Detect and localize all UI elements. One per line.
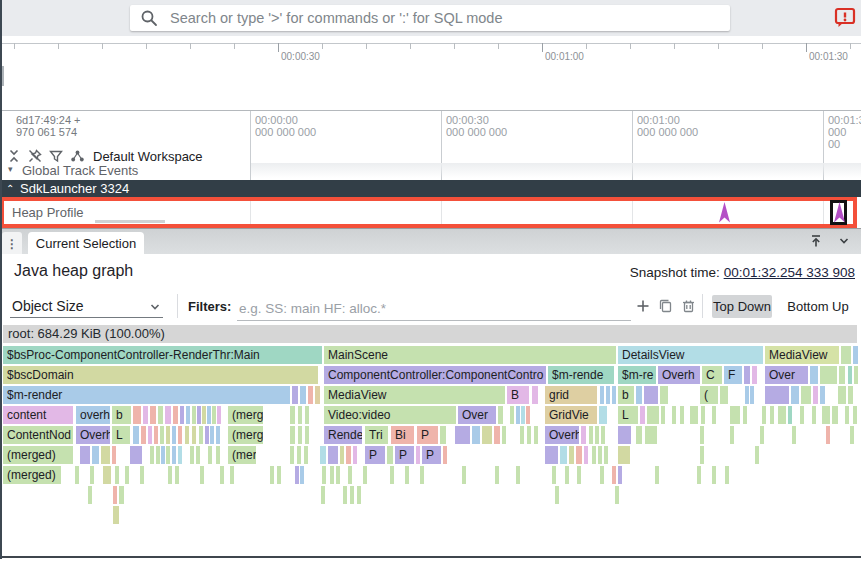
- flame-sliver[interactable]: [813, 386, 818, 404]
- flame-sliver[interactable]: [520, 426, 524, 444]
- flame-sliver[interactable]: [295, 466, 299, 484]
- flame-sliver[interactable]: [581, 426, 586, 444]
- flame-sliver[interactable]: [298, 406, 302, 424]
- unpin-icon[interactable]: [27, 148, 43, 164]
- flame-segment[interactable]: B: [507, 386, 529, 404]
- flame-sliver[interactable]: [292, 386, 298, 404]
- top-down-button[interactable]: Top Down: [712, 295, 772, 318]
- flame-sliver[interactable]: [826, 426, 830, 444]
- flame-sliver[interactable]: [443, 446, 447, 464]
- flame-sliver[interactable]: [788, 406, 792, 424]
- flame-segment[interactable]: P: [422, 446, 441, 464]
- flame-segment[interactable]: P: [417, 426, 438, 444]
- flame-sliver[interactable]: [565, 466, 569, 484]
- flame-sliver[interactable]: [305, 406, 309, 424]
- flame-sliver[interactable]: [416, 446, 420, 464]
- flame-sliver[interactable]: [765, 386, 789, 404]
- flame-sliver[interactable]: [495, 466, 499, 484]
- flame-sliver[interactable]: [205, 426, 209, 444]
- flame-sliver[interactable]: [841, 346, 851, 364]
- flame-sliver[interactable]: [832, 406, 838, 424]
- flame-sliver[interactable]: [350, 486, 354, 504]
- process-group-header[interactable]: ⌃ SdkLauncher 3324: [0, 180, 861, 197]
- flame-sliver[interactable]: [216, 446, 220, 464]
- flame-sliver[interactable]: [812, 406, 816, 424]
- flame-sliver[interactable]: [743, 406, 747, 424]
- flame-sliver[interactable]: [598, 446, 602, 464]
- flame-sliver[interactable]: [172, 426, 176, 444]
- flame-sliver[interactable]: [555, 486, 559, 504]
- flame-sliver[interactable]: [712, 466, 716, 484]
- flame-segment[interactable]: Overh: [545, 426, 579, 444]
- flame-sliver[interactable]: [792, 426, 796, 444]
- flame-sliver[interactable]: [340, 446, 344, 464]
- flame-sliver[interactable]: [700, 446, 704, 464]
- flame-sliver[interactable]: [494, 426, 500, 444]
- flame-sliver[interactable]: [850, 426, 854, 444]
- flame-sliver[interactable]: [589, 426, 593, 444]
- collapse-tracks-icon[interactable]: [6, 148, 22, 164]
- flame-segment[interactable]: MediaView: [765, 346, 839, 364]
- flame-sliver[interactable]: [606, 386, 610, 404]
- flame-sliver[interactable]: [103, 466, 111, 484]
- flame-sliver[interactable]: [346, 446, 351, 464]
- flame-sliver[interactable]: [101, 446, 110, 464]
- flame-segment[interactable]: Over: [458, 406, 496, 424]
- flame-sliver[interactable]: [526, 406, 530, 424]
- collapse-panel-icon[interactable]: [835, 232, 853, 250]
- flame-segment[interactable]: $m-re: [618, 366, 656, 384]
- flame-sliver[interactable]: [791, 386, 799, 404]
- flame-sliver[interactable]: [577, 466, 581, 484]
- flame-sliver[interactable]: [661, 406, 665, 424]
- flame-segment[interactable]: C: [702, 366, 722, 384]
- add-filter-icon[interactable]: [635, 298, 651, 314]
- flame-sliver[interactable]: [305, 426, 309, 444]
- flame-sliver[interactable]: [172, 446, 176, 464]
- flame-sliver[interactable]: [199, 426, 203, 444]
- flame-sliver[interactable]: [730, 406, 740, 424]
- flame-sliver[interactable]: [300, 386, 306, 404]
- copy-icon[interactable]: [658, 298, 674, 314]
- flame-sliver[interactable]: [599, 406, 607, 424]
- flame-sliver[interactable]: [636, 386, 642, 404]
- track-group-global-events[interactable]: ▾ Global Track Events: [0, 163, 250, 180]
- snapshot-time-link[interactable]: 00:01:32.254 333 908: [724, 265, 855, 280]
- flame-segment[interactable]: grid: [545, 386, 597, 404]
- flame-sliver[interactable]: [202, 406, 206, 424]
- flame-segment[interactable]: GridVie: [545, 406, 597, 424]
- flame-sliver[interactable]: [498, 406, 503, 424]
- flame-sliver[interactable]: [315, 386, 320, 404]
- flame-sliver[interactable]: [701, 406, 705, 424]
- flame-segment[interactable]: (merged): [3, 466, 61, 484]
- size-mode-select[interactable]: Object Size: [10, 296, 163, 318]
- flame-sliver[interactable]: [353, 446, 357, 464]
- flame-sliver[interactable]: [160, 426, 164, 444]
- flame-sliver[interactable]: [482, 426, 492, 444]
- flame-sliver[interactable]: [545, 446, 558, 464]
- flame-sliver[interactable]: [304, 446, 308, 464]
- trash-icon[interactable]: [681, 298, 697, 314]
- flame-sliver[interactable]: [800, 406, 804, 424]
- flame-sliver[interactable]: [321, 486, 325, 504]
- flame-sliver[interactable]: [672, 406, 676, 424]
- flame-sliver[interactable]: [80, 446, 90, 464]
- flame-sliver[interactable]: [130, 446, 142, 464]
- flame-sliver[interactable]: [612, 466, 616, 484]
- flame-sliver[interactable]: [230, 466, 234, 484]
- flame-sliver[interactable]: [502, 426, 506, 444]
- flame-sliver[interactable]: [697, 466, 701, 484]
- flame-sliver[interactable]: [207, 406, 211, 424]
- flame-segment[interactable]: MainScene: [324, 346, 616, 364]
- flame-sliver[interactable]: [133, 406, 141, 424]
- flame-sliver[interactable]: [604, 446, 608, 464]
- flame-sliver[interactable]: [592, 446, 596, 464]
- flame-sliver[interactable]: [357, 486, 361, 504]
- tab-menu-button[interactable]: ⋮: [2, 232, 22, 255]
- flame-sliver[interactable]: [660, 386, 668, 404]
- flame-sliver[interactable]: [322, 466, 326, 484]
- flame-segment[interactable]: Overh: [658, 366, 700, 384]
- flame-sliver[interactable]: [290, 406, 295, 424]
- flame-sliver[interactable]: [801, 386, 811, 404]
- flame-sliver[interactable]: [853, 346, 858, 364]
- flame-sliver[interactable]: [186, 406, 190, 424]
